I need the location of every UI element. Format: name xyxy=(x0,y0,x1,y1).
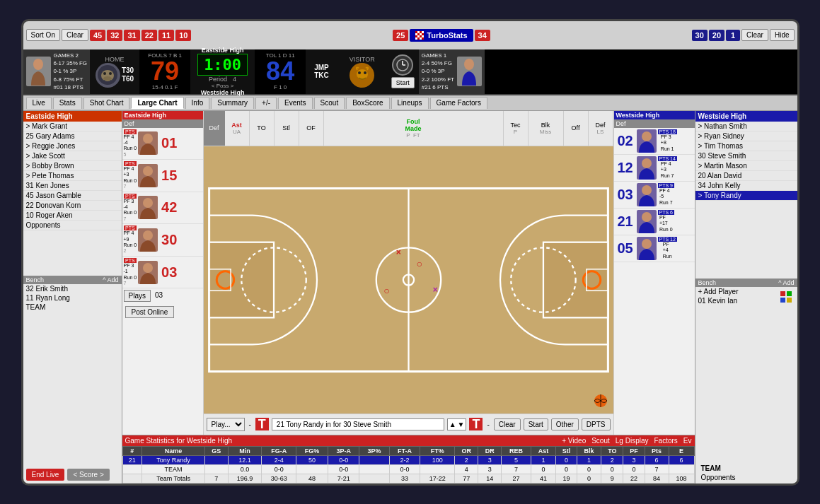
scroll-arrows[interactable]: ▲▼ xyxy=(447,418,467,430)
left-bench-player[interactable]: TEAM xyxy=(23,303,122,312)
jmp-tkc[interactable]: JMP TKC xyxy=(310,62,333,81)
sub-t-button[interactable]: T xyxy=(255,418,269,430)
card-stats-right: PF +4 Run xyxy=(663,242,672,259)
left-player-item[interactable]: Opponents xyxy=(23,221,122,230)
left-player-item[interactable]: > Pete Thomas xyxy=(23,171,122,181)
pts-label: PTS xyxy=(124,129,137,134)
stats-cell: 3 xyxy=(478,464,501,474)
plays-button[interactable]: Plays xyxy=(124,290,151,302)
player-card-right[interactable]: 21 PTS 6 PF +17 Run 0 xyxy=(614,209,695,235)
left-player-item[interactable]: 25 Gary Adams xyxy=(23,131,122,141)
player-cards-right-list: 02 PTS 18 PF 3 +8 Run 1 12 PTS 14 xyxy=(614,128,695,262)
hide-button[interactable]: Hide xyxy=(770,29,795,41)
sub-t-button-right[interactable]: T xyxy=(469,418,483,430)
right-player-item[interactable]: > Tim Thomas xyxy=(695,141,797,151)
right-player-item[interactable]: > Nathan Smith xyxy=(695,122,797,131)
dpts-button[interactable]: DPTS xyxy=(582,418,611,430)
start-button[interactable]: Start xyxy=(391,77,415,88)
player-photo xyxy=(138,164,158,187)
right-number-chip: 20 xyxy=(709,30,724,41)
stats-cell: 1 xyxy=(577,455,601,464)
player-card-right[interactable]: 12 PTS 14 PF 4 +3 Run 7 xyxy=(614,155,695,182)
right-player-item[interactable]: 20 Alan David xyxy=(695,171,797,181)
stats-col-header: FG-A xyxy=(262,446,296,455)
nav-tab-live[interactable]: Live xyxy=(26,97,52,109)
left-player-item[interactable]: 31 Ken Jones xyxy=(23,181,122,191)
nav-tab-shot-chart[interactable]: Shot Chart xyxy=(83,97,130,109)
player-card-left[interactable]: PTS PF 3 -4 Run 0 7 42 xyxy=(122,192,203,225)
stats-row: 21Tony Randy12.12-4500-02-21002351012366 xyxy=(122,455,694,464)
nav-tab-large-chart[interactable]: Large Chart xyxy=(131,97,183,109)
col-tec: TecP xyxy=(504,111,529,146)
nav-tab-lineups[interactable]: Lineups xyxy=(391,97,429,109)
nav-tab-events[interactable]: Events xyxy=(278,97,313,109)
left-player-item[interactable]: > Jake Scott xyxy=(23,151,122,161)
nav-tab-game-factors[interactable]: Game Factors xyxy=(430,97,487,109)
left-player-item[interactable]: > Bobby Brown xyxy=(23,161,122,171)
left-player-item[interactable]: 10 Roger Aken xyxy=(23,211,122,221)
player-card-left[interactable]: PTS PF 4 +3 Run 0 7 15 xyxy=(122,160,203,192)
player-card-left[interactable]: PTS PF 3 -1 Run 0 7 03 xyxy=(122,257,203,289)
nav-tab-summary[interactable]: Summary xyxy=(211,97,254,109)
score-button[interactable]: < Score > xyxy=(67,469,109,481)
right-player-item[interactable]: 30 Steve Smith xyxy=(695,151,797,161)
post-online-button[interactable]: Post Online xyxy=(125,306,175,318)
player-photo-right xyxy=(637,129,657,153)
stats-cell: 21 xyxy=(122,455,142,464)
stats-cell xyxy=(359,464,389,474)
right-player-list[interactable]: > Nathan Smith> Ryan Sidney> Tim Thomas3… xyxy=(695,122,797,279)
nav-tab--[interactable]: +/- xyxy=(255,97,277,109)
stats-cell: 2-4 xyxy=(262,455,296,464)
left-player-item[interactable]: > Mark Grant xyxy=(23,122,122,131)
svg-point-38 xyxy=(642,185,652,195)
home-t-display: T30 T60 xyxy=(122,66,134,83)
nav-tab-info[interactable]: Info xyxy=(185,97,210,109)
stats-col-header: DR xyxy=(478,446,501,455)
stats-cell: 6 xyxy=(669,455,694,464)
stats-cell: 0 xyxy=(555,464,577,474)
player-number-right: 12 xyxy=(616,160,635,176)
stats-cell: 0 xyxy=(577,474,601,483)
card-stats-right: PF 4 -5 Run 7 xyxy=(659,188,673,206)
stats-cell: 2 xyxy=(601,455,623,464)
end-live-button[interactable]: End Live xyxy=(26,469,65,481)
stats-row: Team Totals7196.930-63487-213317-2277142… xyxy=(122,474,694,483)
clear-button-left[interactable]: Clear xyxy=(62,29,88,41)
left-player-list[interactable]: > Mark Grant25 Gary Adams> Reggie Jones>… xyxy=(23,122,122,276)
left-bench-player[interactable]: 32 Erik Smith xyxy=(23,284,122,293)
clear-button-right[interactable]: Clear xyxy=(741,29,768,41)
turbostats-logo: TurboStats xyxy=(410,29,473,42)
sort-button[interactable]: Sort On xyxy=(26,29,60,41)
bench-header-left: Bench ^ Add xyxy=(23,276,122,284)
player-card-left[interactable]: PTS PF 4 -4 Run 0 5 01 xyxy=(122,128,203,160)
player-card-right[interactable]: 05 PTS 12 PF +4 Run xyxy=(614,235,695,262)
left-number-chip: 45 xyxy=(90,30,105,41)
pts-label: PTS xyxy=(124,258,137,263)
start-sub-button[interactable]: Start xyxy=(524,418,548,430)
right-panel: Westside High > Nathan Smith> Ryan Sidne… xyxy=(695,111,797,484)
play-select[interactable]: Play... xyxy=(207,418,245,431)
opponents-label[interactable]: Opponents xyxy=(698,473,795,482)
left-number-chip: 10 xyxy=(175,30,191,41)
left-player-item[interactable]: > Reggie Jones xyxy=(23,141,122,151)
right-player-item[interactable]: 34 John Kelly xyxy=(695,181,797,191)
left-player-item[interactable]: 45 Jason Gamble xyxy=(23,191,122,201)
stats-title: Game Statistics for Westside High xyxy=(125,437,233,445)
left-bench-player[interactable]: 11 Ryan Long xyxy=(23,293,122,303)
player-card-left[interactable]: PTS PF 4 +9 Run 0 2 30 xyxy=(122,224,203,257)
clear-sub-button[interactable]: Clear xyxy=(494,418,521,430)
card-stats-right: PF 4 +3 Run 7 xyxy=(661,161,674,179)
nav-tab-boxscore[interactable]: BoxScore xyxy=(346,97,389,109)
right-player-item[interactable]: > Martin Mason xyxy=(695,161,797,171)
nav-tab-scout[interactable]: Scout xyxy=(314,97,345,109)
left-player-item[interactable]: 22 Donovan Korn xyxy=(23,201,122,211)
right-player-item[interactable]: > Ryan Sidney xyxy=(695,131,797,141)
nav-tab-stats[interactable]: Stats xyxy=(53,97,82,109)
other-button[interactable]: Other xyxy=(551,418,579,430)
right-player-item[interactable]: > Tony Randy xyxy=(695,191,797,201)
stats-cell: 3 xyxy=(623,455,645,464)
player-card-right[interactable]: 02 PTS 18 PF 3 +8 Run 1 xyxy=(614,128,695,155)
player-card-right[interactable]: 03 PTS 9 PF 4 -5 Run 7 xyxy=(614,182,695,209)
stats-cell: 3 xyxy=(478,455,501,464)
card-stats-right: PF +17 Run 0 xyxy=(659,215,673,233)
